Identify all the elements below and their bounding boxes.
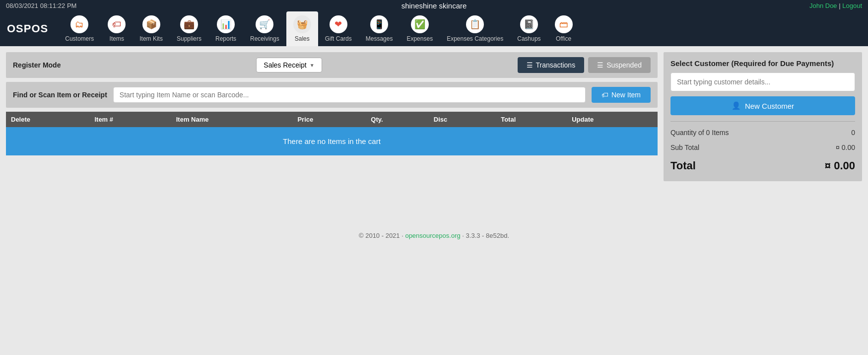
subtotal-row: Sub Total ¤ 0.00 [670, 142, 855, 152]
register-mode-label: Register Mode [13, 61, 61, 69]
datetime: 08/03/2021 08:11:22 PM [6, 2, 76, 9]
suspended-icon: ☰ [597, 61, 603, 69]
select-customer-title: Select Customer (Required for Due Paymen… [670, 59, 855, 68]
nav-items[interactable]: 🏷 Items [101, 11, 133, 46]
cashups-icon: 📓 [520, 15, 538, 33]
transactions-label: Transactions [536, 61, 576, 69]
total-label: Total [670, 159, 696, 172]
table-header-row: Delete Item # Item Name Price Qty. Disc … [6, 112, 658, 127]
nav-office-label: Office [556, 35, 571, 42]
new-customer-label: New Customer [745, 102, 794, 110]
expenses-icon: ✅ [411, 15, 429, 33]
nav-sales-label: Sales [295, 35, 310, 42]
col-qty: Qty. [366, 112, 428, 127]
nav-reports[interactable]: 📊 Reports [208, 11, 243, 46]
receivings-icon: 🛒 [256, 15, 273, 33]
col-update: Update [567, 112, 658, 127]
col-total: Total [496, 112, 567, 127]
nav-customers-label: Customers [65, 35, 94, 42]
nav-messages[interactable]: 📱 Messages [359, 11, 400, 46]
footer: © 2010 - 2021 · opensourcepos.org · 3.3.… [0, 217, 868, 244]
quantity-label: Quantity of 0 Items [670, 129, 729, 137]
items-icon: 🏷 [108, 15, 126, 33]
expcats-icon: 📋 [466, 15, 484, 33]
cart-empty-message: There are no Items in the cart [6, 127, 658, 155]
nav-cashups-label: Cashups [517, 35, 540, 42]
nav-itemkits[interactable]: 📦 Item Kits [133, 11, 170, 46]
register-mode-dropdown[interactable]: Sales Receipt ▼ [256, 58, 322, 72]
nav-expenses-label: Expenses [406, 35, 433, 42]
main-content: Register Mode Sales Receipt ▼ ☰ Transact… [0, 46, 868, 187]
nav-receivings[interactable]: 🛒 Receivings [243, 11, 286, 46]
nav-reports-label: Reports [215, 35, 236, 42]
customers-icon: 🗂 [70, 15, 88, 33]
person-icon: 👤 [732, 101, 741, 110]
new-item-button[interactable]: 🏷 New Item [592, 87, 651, 103]
itemkits-icon: 📦 [142, 15, 160, 33]
register-mode-row: Register Mode Sales Receipt ▼ ☰ Transact… [6, 52, 658, 78]
col-item-num: Item # [89, 112, 171, 127]
sales-icon: 🧺 [293, 15, 311, 33]
new-customer-button[interactable]: 👤 New Customer [670, 96, 855, 115]
quantity-row: Quantity of 0 Items 0 [670, 128, 855, 138]
subtotal-label: Sub Total [670, 143, 699, 151]
transactions-button[interactable]: ☰ Transactions [518, 57, 585, 73]
logout-link[interactable]: Logout [842, 2, 862, 9]
nav-items-label: Items [110, 35, 124, 42]
col-item-name: Item Name [171, 112, 293, 127]
dropdown-caret: ▼ [310, 63, 315, 68]
suppliers-icon: 💼 [180, 15, 198, 33]
right-buttons: ☰ Transactions ☰ Suspended [518, 57, 651, 73]
office-icon: 🗃 [555, 15, 573, 33]
nav-itemkits-label: Item Kits [139, 35, 163, 42]
suspended-button[interactable]: ☰ Suspended [588, 57, 651, 73]
nav-suppliers-label: Suppliers [177, 35, 201, 42]
nav-sales[interactable]: 🧺 Sales [286, 11, 318, 46]
nav-customers[interactable]: 🗂 Customers [58, 11, 101, 46]
quantity-value: 0 [851, 129, 855, 137]
register-mode-value: Sales Receipt [264, 61, 306, 69]
cart-empty-row: There are no Items in the cart [6, 127, 658, 155]
total-value: ¤ 0.00 [825, 159, 855, 172]
nav-expenses[interactable]: ✅ Expenses [400, 11, 440, 46]
cart-table: Delete Item # Item Name Price Qty. Disc … [6, 112, 658, 155]
suspended-label: Suspended [606, 61, 642, 69]
scan-label: Find or Scan Item or Receipt [13, 91, 107, 99]
main-nav: OSPOS 🗂 Customers 🏷 Items 📦 Item Kits 💼 … [0, 11, 868, 46]
nav-expcats-label: Expenses Categories [447, 35, 503, 42]
nav-cashups[interactable]: 📓 Cashups [510, 11, 547, 46]
col-delete: Delete [6, 112, 89, 127]
scan-row: Find or Scan Item or Receipt 🏷 New Item [6, 82, 658, 108]
transactions-icon: ☰ [527, 61, 533, 69]
brand[interactable]: OSPOS [5, 11, 58, 46]
divider [670, 121, 855, 122]
right-panel: Select Customer (Required for Due Paymen… [664, 52, 862, 181]
giftcards-icon: ❤ [330, 15, 347, 33]
topbar: 08/03/2021 08:11:22 PM shineshine skinca… [0, 0, 868, 11]
left-panel: Register Mode Sales Receipt ▼ ☰ Transact… [6, 52, 658, 181]
new-item-label: New Item [611, 91, 641, 99]
col-disc: Disc [429, 112, 496, 127]
nav-giftcards-label: Gift Cards [325, 35, 352, 42]
scan-input[interactable] [113, 87, 586, 103]
total-row: Total ¤ 0.00 [670, 157, 855, 174]
app-name: shineshine skincare [401, 1, 467, 10]
subtotal-value: ¤ 0.00 [836, 143, 855, 151]
footer-link[interactable]: opensourcepos.org [405, 232, 460, 239]
nav-receivings-label: Receivings [250, 35, 279, 42]
footer-text: © 2010 - 2021 · [359, 232, 405, 239]
nav-office[interactable]: 🗃 Office [548, 11, 580, 46]
customer-search-input[interactable] [670, 72, 855, 91]
reports-icon: 📊 [217, 15, 235, 33]
tag-icon: 🏷 [601, 91, 608, 99]
col-price: Price [292, 112, 366, 127]
nav-messages-label: Messages [366, 35, 393, 42]
messages-icon: 📱 [370, 15, 388, 33]
nav-items: 🗂 Customers 🏷 Items 📦 Item Kits 💼 Suppli… [58, 11, 868, 46]
user-area: John Doe | Logout [809, 2, 862, 9]
username-link[interactable]: John Doe [809, 2, 837, 9]
nav-expcats[interactable]: 📋 Expenses Categories [440, 11, 510, 46]
footer-version: · 3.3.3 - 8e52bd. [461, 232, 509, 239]
nav-suppliers[interactable]: 💼 Suppliers [170, 11, 208, 46]
nav-giftcards[interactable]: ❤ Gift Cards [318, 11, 359, 46]
